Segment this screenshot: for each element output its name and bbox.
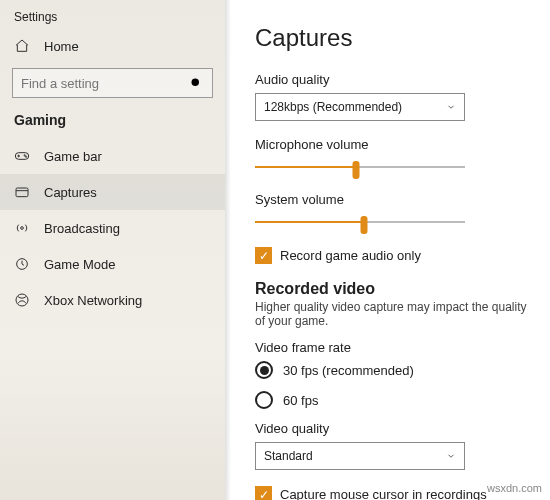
frame-rate-option-label: 60 fps [283,393,318,408]
search-box[interactable] [12,68,213,98]
slider-thumb[interactable] [361,216,368,234]
checkbox-icon[interactable]: ✓ [255,247,272,264]
record-audio-only-label: Record game audio only [280,248,421,263]
xbox-icon [14,292,30,308]
nav: Game bar Captures Broadcasting Game Mode… [0,138,225,318]
record-audio-only-row[interactable]: ✓ Record game audio only [255,247,532,264]
mic-volume-label: Microphone volume [255,137,532,152]
game-mode-icon [14,256,30,272]
slider-thumb[interactable] [352,161,359,179]
nav-item-label: Xbox Networking [44,293,142,308]
search-input[interactable] [21,76,189,91]
nav-item-label: Captures [44,185,97,200]
audio-quality-label: Audio quality [255,72,532,87]
video-quality-value: Standard [264,449,313,463]
radio-icon[interactable] [255,391,273,409]
svg-point-7 [16,294,28,306]
audio-quality-select[interactable]: 128kbps (Recommended) [255,93,465,121]
nav-item-label: Game Mode [44,257,116,272]
nav-item-broadcasting[interactable]: Broadcasting [0,210,225,246]
game-bar-icon [14,148,30,164]
checkbox-icon[interactable]: ✓ [255,486,272,500]
watermark: wsxdn.com [487,482,542,494]
recorded-video-heading: Recorded video [255,280,532,298]
content: Captures Audio quality 128kbps (Recommen… [225,0,550,500]
frame-rate-option-label: 30 fps (recommended) [283,363,414,378]
nav-item-game-mode[interactable]: Game Mode [0,246,225,282]
sidebar: Settings Home Gaming Game bar Captures B… [0,0,225,500]
nav-item-game-bar[interactable]: Game bar [0,138,225,174]
slider-fill [255,166,356,168]
home-icon [14,38,30,54]
slider-fill [255,221,364,223]
capture-cursor-label: Capture mouse cursor in recordings [280,487,487,500]
frame-rate-option-60[interactable]: 60 fps [255,391,532,409]
chevron-down-icon [446,102,456,112]
video-quality-select[interactable]: Standard [255,442,465,470]
svg-point-3 [25,156,26,157]
search-icon [189,76,204,91]
svg-point-2 [24,155,25,156]
mic-volume-slider[interactable] [255,158,465,176]
nav-item-label: Broadcasting [44,221,120,236]
broadcasting-icon [14,220,30,236]
chevron-down-icon [446,451,456,461]
sys-volume-label: System volume [255,192,532,207]
recorded-video-help: Higher quality video capture may impact … [255,300,532,328]
svg-point-5 [21,227,24,230]
svg-point-0 [192,78,200,86]
nav-item-xbox-networking[interactable]: Xbox Networking [0,282,225,318]
radio-icon[interactable] [255,361,273,379]
window-title: Settings [0,10,225,30]
nav-item-captures[interactable]: Captures [0,174,225,210]
sys-volume-slider[interactable] [255,213,465,231]
video-quality-label: Video quality [255,421,532,436]
section-title: Gaming [0,112,225,138]
home-button[interactable]: Home [0,30,225,64]
audio-quality-value: 128kbps (Recommended) [264,100,402,114]
home-label: Home [44,39,79,54]
frame-rate-option-30[interactable]: 30 fps (recommended) [255,361,532,379]
nav-item-label: Game bar [44,149,102,164]
frame-rate-label: Video frame rate [255,340,532,355]
svg-rect-4 [16,188,28,197]
captures-icon [14,184,30,200]
page-heading: Captures [255,24,532,52]
